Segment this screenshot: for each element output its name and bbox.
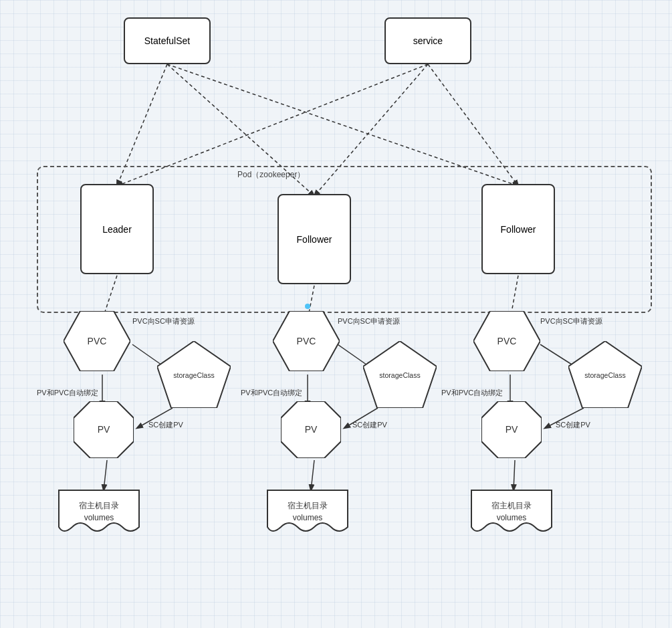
svg-text:宿主机目录: 宿主机目录 bbox=[79, 501, 119, 510]
vol1-shape: 宿主机目录 volumes bbox=[55, 487, 142, 540]
svg-text:宿主机目录: 宿主机目录 bbox=[491, 501, 532, 510]
svg-text:PVC: PVC bbox=[88, 336, 107, 346]
svg-line-18 bbox=[104, 460, 107, 490]
service-node: service bbox=[384, 17, 471, 64]
sc3-pent: storageClass bbox=[568, 341, 642, 408]
pv3-oct: PV bbox=[481, 401, 542, 458]
diagram: Pod（zookeeper） StatefulSet service Leade… bbox=[0, 0, 672, 628]
follower1-node: Follower bbox=[277, 194, 351, 284]
pv-pvc-label1: PV和PVC自动绑定 bbox=[37, 388, 98, 398]
leader-node: Leader bbox=[80, 184, 154, 274]
sc2-pent: storageClass bbox=[363, 341, 437, 408]
svg-text:PVC: PVC bbox=[297, 336, 316, 346]
svg-text:storageClass: storageClass bbox=[379, 371, 420, 379]
svg-text:storageClass: storageClass bbox=[584, 371, 625, 379]
svg-text:volumes: volumes bbox=[497, 513, 527, 522]
statefulset-node: StatefulSet bbox=[124, 17, 211, 64]
svg-text:PVC: PVC bbox=[497, 336, 517, 346]
svg-text:PV: PV bbox=[98, 424, 110, 435]
pv-pvc-label2: PV和PVC自动绑定 bbox=[241, 388, 302, 398]
pvc3-hex: PVC bbox=[473, 311, 540, 371]
sc-pv-label3: SC创建PV bbox=[556, 420, 590, 430]
pv-pvc-label3: PV和PVC自动绑定 bbox=[441, 388, 503, 398]
pvc1-hex: PVC bbox=[64, 311, 130, 371]
pv2-oct: PV bbox=[281, 401, 341, 458]
sc1-pent: storageClass bbox=[157, 341, 231, 408]
svg-line-19 bbox=[311, 460, 314, 490]
follower2-node: Follower bbox=[481, 184, 555, 274]
pod-label: Pod（zookeeper） bbox=[237, 169, 305, 181]
pvc-sc-label1: PVC向SC申请资源 bbox=[132, 316, 195, 326]
sc-pv-label1: SC创建PV bbox=[148, 420, 183, 430]
svg-text:volumes: volumes bbox=[293, 513, 323, 522]
svg-text:宿主机目录: 宿主机目录 bbox=[288, 501, 328, 510]
pvc-sc-label2: PVC向SC申请资源 bbox=[338, 316, 400, 326]
pvc-sc-label3: PVC向SC申请资源 bbox=[540, 316, 602, 326]
vol3-shape: 宿主机目录 volumes bbox=[468, 487, 555, 540]
svg-text:storageClass: storageClass bbox=[173, 371, 214, 379]
svg-text:PV: PV bbox=[305, 424, 318, 435]
vol2-shape: 宿主机目录 volumes bbox=[264, 487, 351, 540]
sc-pv-label2: SC创建PV bbox=[352, 420, 387, 430]
pvc2-hex: PVC bbox=[273, 311, 340, 371]
svg-text:volumes: volumes bbox=[84, 513, 114, 522]
pv1-oct: PV bbox=[74, 401, 134, 458]
svg-text:PV: PV bbox=[506, 424, 518, 435]
svg-line-20 bbox=[514, 460, 515, 490]
